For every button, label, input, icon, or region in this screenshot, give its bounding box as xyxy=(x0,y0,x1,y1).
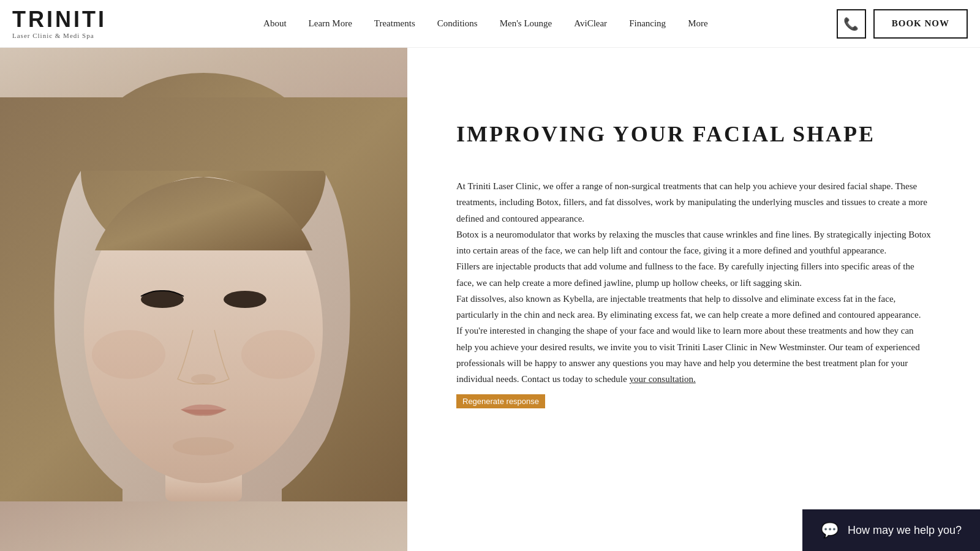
face-image xyxy=(0,48,407,551)
chat-label: How may we help you? xyxy=(848,524,962,537)
consultation-link[interactable]: your consultation. xyxy=(629,374,695,384)
nav-about[interactable]: About xyxy=(252,12,298,35)
svg-point-9 xyxy=(173,437,234,455)
content-paragraph-3: Fillers are injectable products that add… xyxy=(456,258,931,291)
nav-aviclear[interactable]: AviClear xyxy=(563,12,618,35)
face-svg xyxy=(0,48,407,551)
logo-text: TRINITI xyxy=(12,9,107,31)
content-paragraph-1: At Triniti Laser Clinic, we offer a rang… xyxy=(456,178,931,227)
phone-button[interactable]: 📞 xyxy=(837,9,866,39)
site-header: TRINITI Laser Clinic & Medi Spa About Le… xyxy=(0,0,980,48)
header-actions: 📞 BOOK NOW xyxy=(837,9,968,39)
main-nav: About Learn More Treatments Conditions M… xyxy=(135,12,837,35)
logo: TRINITI Laser Clinic & Medi Spa xyxy=(12,9,135,39)
chat-icon: 💬 xyxy=(821,522,839,539)
page-title: IMPROVING YOUR FACIAL SHAPE xyxy=(456,121,931,148)
nav-financing[interactable]: Financing xyxy=(618,12,677,35)
regenerate-button[interactable]: Regenerate response xyxy=(456,394,545,408)
content-paragraph-4: Fat dissolves, also known as Kybella, ar… xyxy=(456,291,931,323)
nav-conditions[interactable]: Conditions xyxy=(426,12,489,35)
phone-icon: 📞 xyxy=(843,17,859,31)
content-panel: IMPROVING YOUR FACIAL SHAPE At Triniti L… xyxy=(407,48,980,551)
svg-point-8 xyxy=(191,374,216,384)
nav-treatments[interactable]: Treatments xyxy=(363,12,426,35)
svg-point-6 xyxy=(92,330,165,379)
nav-mens-lounge[interactable]: Men's Lounge xyxy=(489,12,564,35)
svg-point-7 xyxy=(241,330,315,379)
svg-point-5 xyxy=(224,291,266,308)
content-body: At Triniti Laser Clinic, we offer a rang… xyxy=(456,178,931,410)
hero-image-panel xyxy=(0,48,407,551)
book-now-button[interactable]: BOOK NOW xyxy=(873,9,968,39)
nav-more[interactable]: More xyxy=(677,12,719,35)
main-content: IMPROVING YOUR FACIAL SHAPE At Triniti L… xyxy=(0,48,980,551)
chat-widget[interactable]: 💬 How may we help you? xyxy=(802,509,980,551)
content-paragraph-5: If you're interested in changing the sha… xyxy=(456,323,931,387)
nav-learn-more[interactable]: Learn More xyxy=(298,12,363,35)
logo-subtitle: Laser Clinic & Medi Spa xyxy=(12,32,94,39)
content-paragraph-2: Botox is a neuromodulator that works by … xyxy=(456,227,931,259)
